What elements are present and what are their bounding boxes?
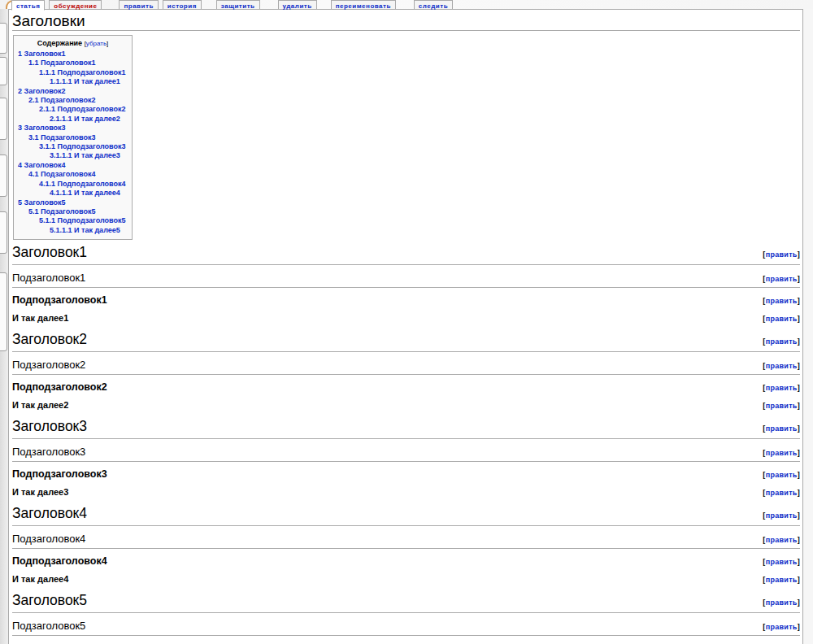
edit-section-link[interactable]: править xyxy=(766,598,798,607)
sidebar-edge-fragment xyxy=(0,98,7,140)
toc-link[interactable]: 4.1 Подзаголовок4 xyxy=(28,170,95,178)
toc-entry: 4.1.1 Подподзаголовок4 xyxy=(18,180,128,189)
edit-section-link[interactable]: править xyxy=(766,489,798,497)
toc-link[interactable]: 1.1.1 Подподзаголовок1 xyxy=(39,68,126,76)
edit-section: [править] xyxy=(763,401,800,411)
heading-text: Заголовок3 xyxy=(12,419,87,434)
toc-list: 1 Заголовок11.1 Подзаголовок11.1.1 Подпо… xyxy=(18,50,128,235)
sidebar-edge-fragment xyxy=(0,272,7,351)
toc-link[interactable]: 3.1.1 Подподзаголовок3 xyxy=(39,142,126,150)
toc-link[interactable]: 2.1.1 Подподзаголовок2 xyxy=(39,105,126,113)
sections: Заголовок1[править]Подзаголовок1[править… xyxy=(12,245,800,644)
toc-link[interactable]: 5.1.1.1 И так далее5 xyxy=(50,226,120,234)
toc-entry: 1.1.1.1 И так далее1 xyxy=(18,77,128,86)
edit-section-link[interactable]: править xyxy=(766,471,798,479)
toc-link[interactable]: 4.1.1.1 И так далее4 xyxy=(50,189,120,197)
toc-entry: 4.1 Подзаголовок4 xyxy=(18,170,128,179)
edit-section: [править] xyxy=(763,360,800,372)
edit-section: [править] xyxy=(763,621,800,633)
heading-text: Подзаголовок4 xyxy=(12,533,85,545)
edit-section: [править] xyxy=(763,469,800,481)
toc-entry: 2.1.1.1 И так далее2 xyxy=(18,115,128,124)
toc-link[interactable]: 2.1 Подзаголовок2 xyxy=(28,96,95,104)
heading-text: Заголовок2 xyxy=(12,332,87,347)
edit-section-link[interactable]: править xyxy=(766,449,798,457)
tab-watch[interactable]: следить xyxy=(414,0,453,10)
heading-text: Подподзаголовок4 xyxy=(12,555,107,567)
tab-edit[interactable]: править xyxy=(119,0,158,10)
edit-section: [править] xyxy=(763,334,800,350)
edit-section-link[interactable]: править xyxy=(766,402,798,410)
heading-level-2: Заголовок5[править] xyxy=(12,593,800,613)
tab-protect[interactable]: защитить xyxy=(216,0,260,10)
toc-link[interactable]: 5.1.1 Подподзаголовок5 xyxy=(39,216,126,224)
heading-level-5: И так далее1[править] xyxy=(12,313,800,324)
edit-section-link[interactable]: править xyxy=(766,576,798,584)
toc-link[interactable]: 2 Заголовок2 xyxy=(18,87,66,95)
edit-section: [править] xyxy=(763,295,800,307)
heading-level-2: Заголовок3[править] xyxy=(12,419,800,439)
heading-text: Заголовок4 xyxy=(12,506,87,521)
toc-link[interactable]: 2.1.1.1 И так далее2 xyxy=(50,115,120,123)
heading-level-4: Подподзаголовок1[править] xyxy=(12,294,800,307)
edit-section: [править] xyxy=(763,314,800,324)
edit-section-link[interactable]: править xyxy=(766,275,798,283)
toc-link[interactable]: 1.1 Подзаголовок1 xyxy=(28,59,95,67)
toc-entry: 4.1.1.1 И так далее4 xyxy=(18,189,128,198)
edit-section: [править] xyxy=(763,447,800,459)
edit-section-link[interactable]: править xyxy=(766,297,798,305)
toc-entry: 1.1 Подзаголовок1 xyxy=(18,59,128,67)
toc-toggle[interactable]: [убрать] xyxy=(85,40,109,47)
edit-section-link[interactable]: править xyxy=(766,362,798,370)
toc-entry: 5 Заголовок5 xyxy=(18,198,128,207)
heading-text: Подподзаголовок2 xyxy=(12,381,107,393)
toc-hide-link[interactable]: убрать xyxy=(86,40,107,47)
edit-section-link[interactable]: править xyxy=(766,384,798,392)
toc-link[interactable]: 1 Заголовок1 xyxy=(18,50,66,58)
sidebar-edge-fragment xyxy=(0,211,7,254)
heading-text: Подподзаголовок1 xyxy=(12,294,107,306)
heading-level-3: Подзаголовок1[править] xyxy=(12,272,800,288)
edit-section-link[interactable]: править xyxy=(766,315,798,323)
toc-link[interactable]: 3.1.1.1 И так далее3 xyxy=(50,151,120,159)
edit-section-link[interactable]: править xyxy=(766,558,798,566)
page-title: Заголовки xyxy=(12,13,800,31)
toc-entry: 3.1.1 Подподзаголовок3 xyxy=(18,142,128,151)
tab-article[interactable]: статья xyxy=(11,0,45,11)
edit-section: [править] xyxy=(763,421,800,437)
toc-link[interactable]: 5 Заголовок5 xyxy=(18,198,66,207)
toc-entry: 3.1 Подзаголовок3 xyxy=(18,133,128,142)
edit-section-link[interactable]: править xyxy=(766,623,798,631)
heading-text: И так далее3 xyxy=(12,487,68,498)
heading-level-5: И так далее3[править] xyxy=(12,487,800,498)
sidebar-edge-fragment xyxy=(0,57,7,85)
heading-level-3: Подзаголовок5[править] xyxy=(12,620,800,636)
edit-section: [править] xyxy=(763,534,800,546)
edit-section: [править] xyxy=(763,575,800,585)
tab-move[interactable]: переименовать xyxy=(331,0,396,10)
edit-section: [править] xyxy=(763,273,800,285)
heading-text: Заголовок5 xyxy=(12,593,87,608)
tab-delete[interactable]: удалить xyxy=(278,0,317,10)
edit-section-link[interactable]: править xyxy=(766,511,798,520)
toc-link[interactable]: 1.1.1.1 И так далее1 xyxy=(50,77,120,85)
edit-section: [править] xyxy=(763,247,800,263)
tab-discussion[interactable]: обсуждение xyxy=(49,0,102,10)
heading-text: Подзаголовок1 xyxy=(12,272,85,284)
heading-level-2: Заголовок1[править] xyxy=(12,245,800,265)
edit-section-link[interactable]: править xyxy=(766,424,798,433)
table-of-contents: Содержание [убрать] 1 Заголовок11.1 Подз… xyxy=(13,35,133,240)
edit-section: [править] xyxy=(763,488,800,498)
toc-link[interactable]: 4 Заголовок4 xyxy=(18,161,66,169)
edit-section-link[interactable]: править xyxy=(766,337,798,346)
heading-level-3: Подзаголовок3[править] xyxy=(12,446,800,462)
toc-link[interactable]: 4.1.1 Подподзаголовок4 xyxy=(39,180,126,188)
toc-entry: 3.1.1.1 И так далее3 xyxy=(18,151,128,160)
edit-section-link[interactable]: править xyxy=(766,536,798,544)
tab-history[interactable]: история xyxy=(163,0,202,10)
toc-link[interactable]: 3.1 Подзаголовок3 xyxy=(28,133,95,141)
heading-text: Подзаголовок2 xyxy=(12,359,85,371)
toc-link[interactable]: 3 Заголовок3 xyxy=(18,124,66,132)
edit-section-link[interactable]: править xyxy=(766,250,798,259)
toc-link[interactable]: 5.1 Подзаголовок5 xyxy=(28,207,95,215)
